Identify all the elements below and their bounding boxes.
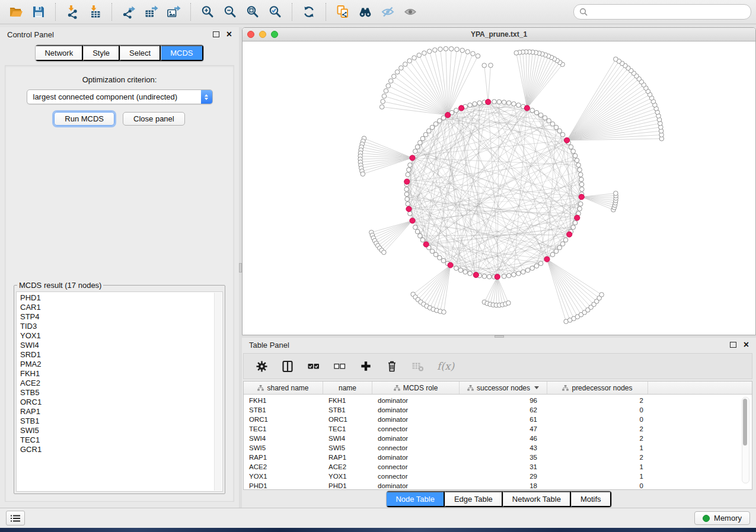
network-node[interactable] [550,252,555,257]
table-cell[interactable]: 0 [547,482,648,489]
table-row[interactable]: PHD1PHD1dominator180 [244,481,752,489]
network-window-titlebar[interactable]: YPA_prune.txt_1 [243,28,755,41]
network-node[interactable] [423,133,428,137]
network-node[interactable] [538,113,543,118]
network-node[interactable] [381,99,385,104]
table-cell[interactable]: 18 [460,482,547,489]
network-node[interactable] [482,274,487,279]
network-node[interactable] [413,149,418,154]
network-node[interactable] [420,136,425,141]
network-node[interactable] [506,273,511,278]
open-file-button[interactable] [5,2,27,21]
network-node[interactable] [614,191,618,196]
table-settings-button[interactable] [254,359,269,373]
criterion-dropdown[interactable]: largest connected component (undirected) [27,89,213,104]
network-node[interactable] [502,274,506,279]
network-node[interactable] [438,47,443,52]
table-cell[interactable]: dominator [372,416,460,423]
table-cell[interactable]: SWI4 [244,435,323,442]
network-hub-node[interactable] [544,257,550,262]
network-node[interactable] [534,110,539,115]
column-header-mcds-role[interactable]: MCDS role [372,382,460,394]
network-node[interactable] [569,145,573,149]
table-row[interactable]: ACE2ACE2connector311 [244,462,752,472]
network-node[interactable] [575,158,579,163]
table-cell[interactable]: TEC1 [244,425,323,432]
show-column-button[interactable] [280,359,295,373]
network-node[interactable] [427,49,432,54]
network-node[interactable] [418,140,423,145]
table-cell[interactable]: connector [372,463,460,470]
network-node[interactable] [471,52,476,56]
result-item[interactable]: PMA2 [20,360,213,369]
result-item[interactable]: PHD1 [20,293,213,303]
network-node[interactable] [444,47,448,52]
result-item[interactable]: YOX1 [20,331,213,341]
network-node[interactable] [430,249,435,254]
table-cell[interactable]: SWI5 [323,444,372,451]
network-node[interactable] [468,103,473,108]
network-node[interactable] [482,63,487,68]
network-node[interactable] [407,168,412,172]
network-node[interactable] [455,47,460,52]
table-cell[interactable]: 0 [547,416,648,423]
network-node[interactable] [415,145,420,149]
table-cell[interactable]: 96 [460,397,547,404]
network-node[interactable] [430,125,435,130]
network-node[interactable] [476,54,480,59]
network-node[interactable] [405,197,410,201]
network-node[interactable] [576,163,581,168]
column-header-predecessor-nodes[interactable]: predecessor nodes [547,382,648,394]
network-hub-node[interactable] [473,273,479,278]
tab-node-table[interactable]: Node Table [387,491,445,507]
result-item[interactable]: SRD1 [20,350,213,360]
result-list-scrollbar[interactable] [214,293,222,491]
result-item[interactable]: ACE2 [20,379,213,388]
table-cell[interactable]: ACE2 [323,463,372,470]
network-node[interactable] [433,252,438,257]
table-cell[interactable]: TEC1 [323,425,372,432]
network-node[interactable] [502,100,506,105]
network-hub-node[interactable] [423,242,429,247]
apply-function-button[interactable]: f(x) [437,360,454,372]
network-node[interactable] [578,201,583,206]
network-hub-node[interactable] [445,113,451,118]
table-row[interactable]: YOX1YOX1connector291 [244,472,752,481]
network-node[interactable] [418,233,423,238]
network-hub-node[interactable] [459,105,464,111]
network-node[interactable] [530,266,535,271]
table-cell[interactable]: 43 [460,444,547,451]
table-cell[interactable]: dominator [372,406,460,414]
result-item[interactable]: STB1 [20,416,213,426]
hide-selected-button[interactable] [377,2,399,21]
network-node[interactable] [516,271,521,276]
network-node[interactable] [514,50,519,55]
network-hub-node[interactable] [410,155,415,161]
result-item[interactable]: TEC1 [20,435,213,445]
network-node[interactable] [614,57,618,62]
network-node[interactable] [412,56,417,60]
result-item[interactable]: STB5 [20,388,213,398]
zoom-in-button[interactable] [196,2,219,21]
table-cell[interactable]: 47 [460,425,547,432]
network-node[interactable] [573,153,578,158]
table-cell[interactable]: 2 [547,425,648,432]
network-node[interactable] [573,220,578,225]
search-input[interactable] [591,7,745,17]
network-node[interactable] [487,274,492,279]
network-node[interactable] [403,62,408,67]
tab-network[interactable]: Network [36,45,83,61]
tab-network-table[interactable]: Network Table [503,491,571,507]
network-node[interactable] [454,266,459,271]
network-node[interactable] [489,63,493,68]
task-history-button[interactable] [6,511,25,525]
memory-button[interactable]: Memory [694,511,750,525]
network-node[interactable] [554,125,559,130]
table-cell[interactable]: dominator [372,435,460,442]
refresh-view-button[interactable] [298,2,320,21]
network-node[interactable] [557,129,562,133]
network-node[interactable] [525,268,530,273]
network-node[interactable] [433,48,438,53]
table-cell[interactable]: 35 [460,454,547,461]
column-header-successor-nodes[interactable]: successor nodes [460,382,547,394]
